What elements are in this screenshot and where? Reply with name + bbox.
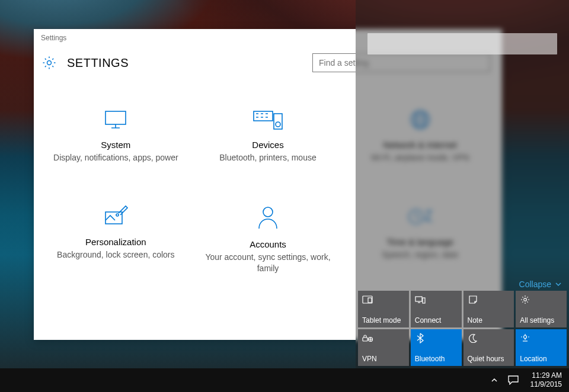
- notification-card[interactable]: [367, 33, 557, 54]
- svg-rect-16: [363, 338, 367, 341]
- action-center-panel: Collapse Tablet mode Connect Note: [356, 0, 569, 368]
- category-title: Devices: [192, 140, 344, 150]
- location-icon: [520, 333, 530, 343]
- taskbar-clock[interactable]: 11:29 AM 11/9/2015: [527, 371, 565, 389]
- chevron-down-icon: [555, 281, 562, 288]
- quick-actions-grid: Tablet mode Connect Note All settings VP: [358, 291, 567, 366]
- svg-rect-1: [106, 111, 126, 124]
- tile-label: VPN: [362, 355, 407, 363]
- note-icon: [468, 294, 478, 305]
- collapse-label: Collapse: [519, 279, 551, 289]
- tile-label: Bluetooth: [415, 355, 459, 363]
- page-title: SETTINGS: [67, 56, 129, 70]
- category-subtitle: Display, notifications, apps, power: [40, 152, 192, 163]
- devices-icon: [251, 108, 284, 131]
- moon-icon: [468, 333, 478, 343]
- taskbar: 11:29 AM 11/9/2015: [0, 368, 569, 392]
- svg-point-4: [276, 122, 280, 127]
- collapse-button[interactable]: Collapse: [519, 279, 562, 289]
- svg-rect-12: [368, 298, 372, 303]
- category-system[interactable]: System Display, notifications, apps, pow…: [40, 108, 192, 163]
- gear-icon: [520, 294, 530, 305]
- tile-vpn[interactable]: VPN: [358, 329, 409, 366]
- category-personalization[interactable]: Personalization Background, lock screen,…: [40, 205, 192, 274]
- svg-rect-11: [363, 296, 372, 303]
- tile-label: Note: [468, 316, 512, 324]
- bluetooth-icon: [415, 333, 426, 343]
- connect-icon: [415, 294, 426, 305]
- tile-note[interactable]: Note: [463, 291, 514, 327]
- tile-label: Connect: [415, 316, 459, 324]
- category-accounts[interactable]: Accounts Your account, sync settings, wo…: [192, 205, 344, 274]
- vpn-icon: [362, 333, 373, 343]
- action-center-icon[interactable]: [508, 375, 519, 385]
- clock-time: 11:29 AM: [530, 371, 562, 380]
- tray-overflow-chevron-icon[interactable]: [489, 375, 500, 385]
- tile-label: All settings: [520, 316, 564, 324]
- svg-rect-14: [423, 298, 425, 303]
- category-subtitle: Bluetooth, printers, mouse: [192, 152, 344, 163]
- tile-label: Location: [520, 355, 564, 363]
- tile-label: Tablet mode: [362, 316, 407, 324]
- tile-tablet-mode[interactable]: Tablet mode: [358, 291, 409, 327]
- svg-point-0: [47, 61, 52, 65]
- tile-bluetooth[interactable]: Bluetooth: [411, 329, 462, 366]
- svg-point-15: [524, 298, 527, 301]
- svg-point-18: [524, 336, 527, 339]
- tile-quiet-hours[interactable]: Quiet hours: [463, 329, 514, 366]
- category-title: Accounts: [192, 239, 344, 249]
- category-devices[interactable]: Devices Bluetooth, printers, mouse: [192, 108, 344, 163]
- category-title: System: [40, 140, 192, 150]
- tile-all-settings[interactable]: All settings: [516, 291, 567, 327]
- gear-icon: [41, 54, 57, 71]
- svg-point-9: [263, 207, 273, 217]
- system-tray: 11:29 AM 11/9/2015: [489, 371, 569, 389]
- svg-rect-2: [254, 111, 273, 121]
- tile-connect[interactable]: Connect: [411, 291, 462, 327]
- personalization-icon: [101, 205, 130, 229]
- svg-point-8: [116, 214, 119, 216]
- tile-location[interactable]: Location: [516, 329, 567, 366]
- category-subtitle: Your account, sync settings, work, famil…: [192, 252, 344, 274]
- tile-label: Quiet hours: [468, 355, 512, 363]
- monitor-icon: [101, 108, 130, 131]
- category-title: Personalization: [40, 237, 192, 247]
- clock-date: 11/9/2015: [530, 380, 562, 389]
- person-icon: [253, 205, 283, 231]
- tablet-icon: [362, 294, 373, 305]
- category-subtitle: Background, lock screen, colors: [40, 249, 192, 261]
- svg-rect-13: [415, 297, 422, 301]
